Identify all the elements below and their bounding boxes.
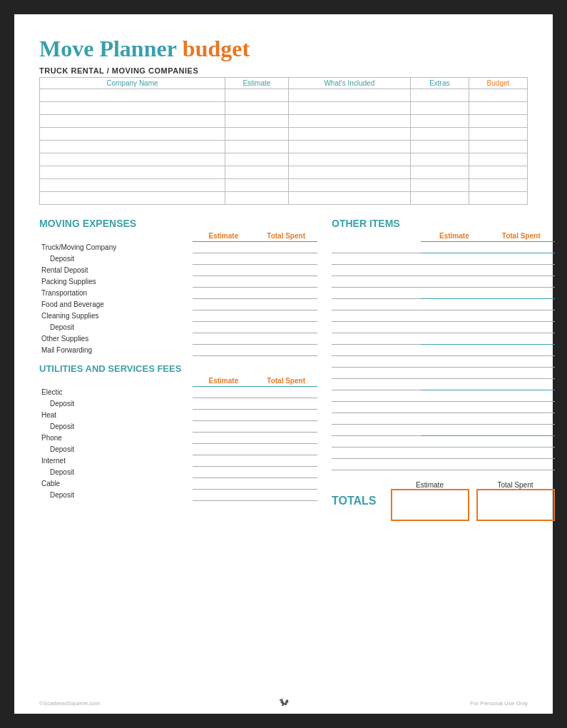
moving-total-cell[interactable]	[255, 265, 317, 276]
truck-cell[interactable]	[410, 128, 469, 141]
moving-estimate-cell[interactable]	[193, 242, 255, 253]
moving-estimate-cell[interactable]	[193, 265, 255, 276]
other-estimate-cell[interactable]	[421, 459, 488, 470]
utility-estimate-cell[interactable]	[193, 398, 255, 410]
utility-total-cell[interactable]	[255, 478, 317, 490]
other-estimate-cell[interactable]	[421, 448, 488, 459]
moving-total-cell[interactable]	[255, 299, 317, 310]
utility-estimate-cell[interactable]	[193, 421, 255, 433]
moving-estimate-cell[interactable]	[193, 288, 255, 299]
truck-cell[interactable]	[469, 179, 527, 192]
other-total-cell[interactable]	[488, 425, 555, 436]
other-total-cell[interactable]	[488, 436, 555, 448]
moving-total-cell[interactable]	[255, 310, 317, 322]
truck-cell[interactable]	[225, 102, 288, 115]
other-total-cell[interactable]	[488, 322, 555, 333]
moving-estimate-cell[interactable]	[193, 345, 255, 356]
other-estimate-cell[interactable]	[421, 288, 488, 299]
other-total-cell[interactable]	[488, 310, 555, 322]
other-estimate-cell[interactable]	[421, 310, 488, 322]
truck-cell[interactable]	[410, 192, 469, 205]
other-estimate-cell[interactable]	[421, 368, 488, 379]
truck-cell[interactable]	[40, 192, 225, 205]
truck-cell[interactable]	[225, 192, 288, 205]
truck-cell[interactable]	[288, 192, 410, 205]
truck-cell[interactable]	[40, 141, 225, 153]
moving-total-cell[interactable]	[255, 242, 317, 253]
utility-estimate-cell[interactable]	[193, 467, 255, 478]
utility-total-cell[interactable]	[255, 421, 317, 433]
other-total-cell[interactable]	[488, 345, 555, 356]
truck-cell[interactable]	[288, 166, 410, 179]
truck-cell[interactable]	[469, 89, 527, 102]
other-total-cell[interactable]	[488, 459, 555, 470]
other-total-cell[interactable]	[488, 299, 555, 310]
truck-cell[interactable]	[410, 89, 469, 102]
truck-cell[interactable]	[40, 89, 225, 102]
other-estimate-cell[interactable]	[421, 242, 488, 253]
truck-cell[interactable]	[288, 115, 410, 128]
truck-cell[interactable]	[40, 128, 225, 141]
truck-cell[interactable]	[40, 153, 225, 166]
totals-estimate-box[interactable]	[391, 489, 469, 521]
other-estimate-cell[interactable]	[421, 356, 488, 368]
other-estimate-cell[interactable]	[421, 333, 488, 345]
moving-estimate-cell[interactable]	[193, 333, 255, 345]
other-total-cell[interactable]	[488, 356, 555, 368]
truck-cell[interactable]	[410, 166, 469, 179]
truck-cell[interactable]	[469, 166, 527, 179]
moving-total-cell[interactable]	[255, 253, 317, 265]
other-estimate-cell[interactable]	[421, 345, 488, 356]
utility-estimate-cell[interactable]	[193, 478, 255, 490]
truck-cell[interactable]	[410, 153, 469, 166]
truck-cell[interactable]	[288, 89, 410, 102]
moving-total-cell[interactable]	[255, 322, 317, 333]
other-total-cell[interactable]	[488, 390, 555, 402]
truck-cell[interactable]	[40, 166, 225, 179]
truck-cell[interactable]	[225, 128, 288, 141]
moving-estimate-cell[interactable]	[193, 299, 255, 310]
truck-cell[interactable]	[225, 141, 288, 153]
other-estimate-cell[interactable]	[421, 436, 488, 448]
utility-estimate-cell[interactable]	[193, 455, 255, 467]
other-total-cell[interactable]	[488, 333, 555, 345]
moving-total-cell[interactable]	[255, 276, 317, 288]
other-total-cell[interactable]	[488, 379, 555, 390]
truck-cell[interactable]	[469, 115, 527, 128]
other-estimate-cell[interactable]	[421, 413, 488, 425]
totals-spent-box[interactable]	[476, 489, 555, 521]
truck-cell[interactable]	[288, 179, 410, 192]
other-estimate-cell[interactable]	[421, 276, 488, 288]
utility-total-cell[interactable]	[255, 444, 317, 455]
other-estimate-cell[interactable]	[421, 265, 488, 276]
moving-estimate-cell[interactable]	[193, 310, 255, 322]
other-total-cell[interactable]	[488, 242, 555, 253]
utility-total-cell[interactable]	[255, 433, 317, 444]
moving-estimate-cell[interactable]	[193, 253, 255, 265]
utility-total-cell[interactable]	[255, 398, 317, 410]
truck-cell[interactable]	[225, 115, 288, 128]
truck-cell[interactable]	[40, 179, 225, 192]
other-estimate-cell[interactable]	[421, 253, 488, 265]
truck-cell[interactable]	[225, 153, 288, 166]
other-total-cell[interactable]	[488, 413, 555, 425]
moving-total-cell[interactable]	[255, 288, 317, 299]
other-total-cell[interactable]	[488, 265, 555, 276]
utility-total-cell[interactable]	[255, 387, 317, 398]
utility-estimate-cell[interactable]	[193, 444, 255, 455]
other-total-cell[interactable]	[488, 288, 555, 299]
utility-estimate-cell[interactable]	[193, 433, 255, 444]
truck-cell[interactable]	[469, 141, 527, 153]
moving-estimate-cell[interactable]	[193, 322, 255, 333]
truck-cell[interactable]	[40, 115, 225, 128]
truck-cell[interactable]	[225, 166, 288, 179]
truck-cell[interactable]	[469, 128, 527, 141]
other-estimate-cell[interactable]	[421, 390, 488, 402]
truck-cell[interactable]	[469, 192, 527, 205]
truck-cell[interactable]	[288, 128, 410, 141]
other-total-cell[interactable]	[488, 448, 555, 459]
truck-cell[interactable]	[410, 115, 469, 128]
truck-cell[interactable]	[410, 179, 469, 192]
other-estimate-cell[interactable]	[421, 299, 488, 310]
utility-total-cell[interactable]	[255, 467, 317, 478]
